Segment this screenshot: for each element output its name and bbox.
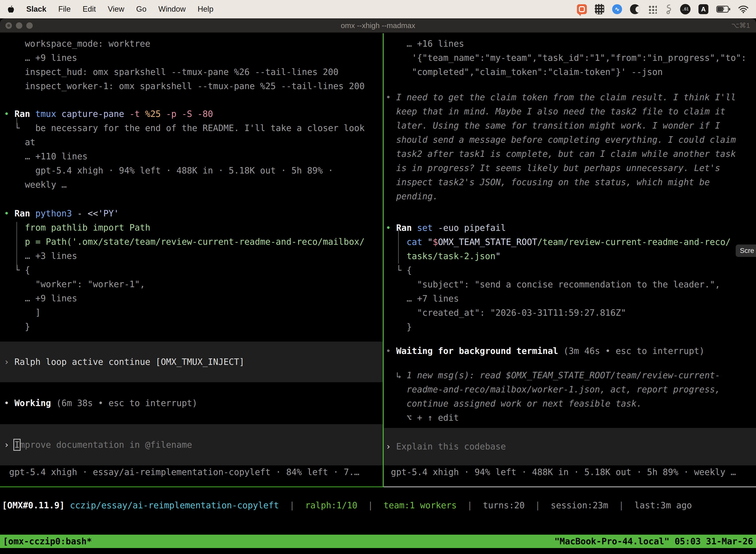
text-line: └ {: [4, 263, 383, 277]
dots-grid-icon[interactable]: [648, 5, 657, 14]
text-segment: /team/review-current-readme-and-reco/: [537, 237, 731, 247]
text-segment: $: [433, 237, 438, 247]
left-prompt-input[interactable]: › Improve documentation in @filename: [0, 424, 383, 465]
text-line: inspect task2's JSON, focusing on the st…: [386, 175, 756, 189]
input-source-icon[interactable]: A: [698, 4, 708, 14]
text-segment: [30, 109, 35, 119]
text-segment: I: [14, 440, 19, 450]
screen-notification-tooltip[interactable]: Scre: [736, 244, 756, 257]
right-status-text: gpt-5.4 xhigh · 94% left · 488K in · 5.1…: [386, 465, 756, 479]
thinking-lines: keep that in mind. Maybe I also need the…: [386, 105, 756, 204]
text-segment: turns:20: [483, 500, 525, 510]
apple-menu-icon[interactable]: [7, 5, 14, 13]
left-ran-tmux-block: • Ran tmux capture-pane -t %25 -p -S -80…: [4, 107, 383, 192]
text-line: later. Using the same for transition mig…: [386, 119, 756, 133]
squiggle-icon[interactable]: [665, 4, 672, 14]
text-line: └ be necessary for the end of the README…: [4, 121, 383, 135]
pane-right[interactable]: … +16 lines '{"team_name":"my-team","tas…: [384, 33, 756, 487]
text-segment: •: [386, 346, 396, 356]
text-segment: %25: [140, 109, 161, 119]
right-input-line: › Explain this codebase: [384, 440, 506, 454]
text-line: weekly …: [4, 178, 383, 192]
right-ran-set-block: • Ran set -euo pipefail cat "$OMX_TEAM_S…: [386, 221, 756, 334]
tree-guide: [398, 229, 399, 264]
text-line: gpt-5.4 xhigh · 94% left · 488K in · 5.1…: [4, 164, 383, 178]
text-segment: •: [4, 209, 14, 218]
count-badge-icon[interactable]: ..61: [680, 4, 691, 14]
text-line: inspect_worker-1: omx sparkshell --tmux-…: [4, 79, 383, 93]
left-ran-python-block: • Ran python3 - <<'PY' from pathlib impo…: [4, 207, 383, 334]
chat-tail: [578, 13, 581, 16]
menu-item-file[interactable]: File: [58, 5, 71, 14]
text-segment: Ran: [14, 209, 30, 218]
text-segment: •: [4, 109, 14, 119]
menu-item-help[interactable]: Help: [198, 5, 213, 14]
text-segment: - <<: [72, 209, 98, 218]
text-segment: team:1 workers: [383, 500, 457, 510]
text-segment: [386, 237, 406, 247]
text-line: "worker": "worker-1",: [4, 277, 383, 291]
text-line: continue assigned work or next feasible …: [386, 397, 756, 411]
command-line-tmux: • Ran tmux capture-pane -t %25 -p -S -80: [4, 107, 383, 121]
text-line: should send a message before completing …: [386, 133, 756, 147]
text-line: is in progress? It seems likely but perh…: [386, 161, 756, 175]
text-line: "completed","claim_token":"claim-token"}…: [386, 65, 756, 79]
python-code: from pathlib import Path p = Path('.omx/…: [4, 221, 383, 249]
menu-item-window[interactable]: Window: [158, 5, 186, 14]
text-segment: session:23m: [551, 500, 609, 510]
text-segment: I need to get the claim token from the c…: [396, 92, 736, 102]
text-segment: set: [417, 223, 433, 233]
left-model-status: gpt-5.4 xhigh · essay/ai-reimplementatio…: [4, 465, 383, 479]
text-line: … +16 lines: [386, 37, 756, 51]
menu-bar: Slack File Edit View Go Window Help ∿ ..…: [0, 0, 756, 18]
text-segment: [412, 223, 417, 233]
right-scrollback: … +16 lines '{"team_name":"my-team","tas…: [386, 37, 756, 79]
text-segment: ": [422, 237, 433, 247]
text-segment: [30, 209, 35, 218]
command-line-cat-2: tasks/task-2.json": [386, 249, 756, 263]
text-line: … +9 lines: [4, 291, 383, 306]
waiting-line: • Waiting for background terminal (3m 46…: [386, 344, 756, 358]
tree-guide: [16, 222, 17, 267]
text-segment: mprove documentation in @filename: [19, 440, 192, 450]
wifi-icon[interactable]: [738, 5, 749, 13]
text-segment: •: [386, 92, 396, 102]
text-line: ↳ 1 new msg(s): read $OMX_TEAM_STATE_ROO…: [386, 368, 756, 383]
blue-pulse-icon[interactable]: ∿: [612, 4, 622, 14]
menu-bar-left: Slack File Edit View Go Window Help: [7, 5, 213, 14]
edit-hint: ⌥ + ↑ edit: [386, 411, 756, 425]
text-segment: •: [386, 223, 396, 233]
text-segment: |: [457, 500, 483, 510]
grid-shield-icon[interactable]: [595, 4, 604, 14]
text-segment: (6m 38s • esc to interrupt): [51, 398, 197, 408]
chat-notification-icon[interactable]: [577, 4, 587, 14]
text-segment: capture-pane: [56, 109, 124, 119]
text-segment: ›: [386, 442, 396, 451]
text-line: at: [4, 135, 383, 150]
title-bar[interactable]: omx --xhigh --madmax ⌥⌘1: [0, 18, 756, 33]
menu-item-edit[interactable]: Edit: [82, 5, 96, 14]
chat-inner: [579, 6, 585, 12]
menu-item-view[interactable]: View: [108, 5, 124, 14]
tmux-output: └ be necessary for the end of the README…: [4, 121, 383, 192]
tmux-host-clock: "MacBook-Pro-44.local" 05:03 31-Mar-26: [554, 536, 753, 546]
working-status: • Working (6m 38s • esc to interrupt): [4, 396, 383, 410]
working-line: • Working (6m 38s • esc to interrupt): [4, 396, 383, 410]
text-line: readme-and-reco/mailbox/worker-1.json, a…: [386, 383, 756, 397]
menu-item-go[interactable]: Go: [136, 5, 146, 14]
tmux-status-bar: [omx-cczip0:bash* "MacBook-Pro-44.local"…: [0, 535, 756, 548]
text-segment: tasks/task-2.json: [406, 251, 495, 261]
terminal-window: omx --xhigh --madmax ⌥⌘1 workspace_mode:…: [0, 18, 756, 554]
pane-left[interactable]: workspace_mode: worktree … +9 lines insp…: [0, 33, 383, 487]
menu-app-name[interactable]: Slack: [26, 5, 46, 14]
right-prompt-input[interactable]: › Explain this codebase: [384, 428, 756, 465]
crescent-icon[interactable]: [630, 4, 640, 14]
text-segment: ": [496, 251, 501, 261]
ralph-loop-text: › Ralph loop active continue [OMX_TMUX_I…: [0, 355, 244, 369]
python-output: … +3 lines └ { "worker": "worker-1", … +…: [4, 249, 383, 334]
text-line: └ {: [386, 263, 756, 277]
battery-icon[interactable]: ⚡: [716, 6, 730, 13]
text-segment: Ran: [14, 109, 30, 119]
window-title: omx --xhigh --madmax: [0, 18, 756, 33]
thinking-block: • I need to get the claim token from the…: [386, 90, 756, 204]
